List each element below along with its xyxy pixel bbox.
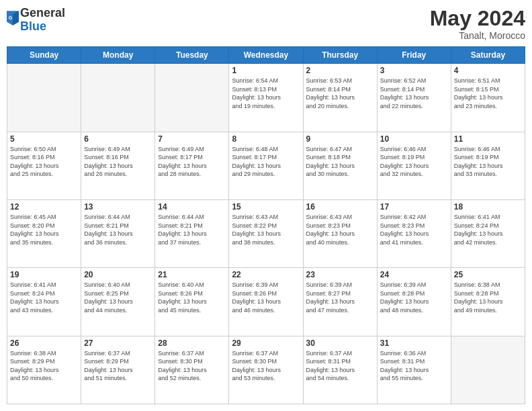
day-info: Sunrise: 6:44 AM Sunset: 8:21 PM Dayligh… bbox=[158, 213, 226, 246]
day-number: 22 bbox=[232, 270, 300, 279]
day-number: 31 bbox=[380, 338, 448, 348]
day-number: 5 bbox=[10, 134, 78, 144]
day-number: 14 bbox=[158, 202, 226, 212]
day-number: 23 bbox=[306, 270, 374, 279]
day-number: 2 bbox=[306, 66, 374, 75]
calendar-cell: 24Sunrise: 6:39 AM Sunset: 8:28 PM Dayli… bbox=[377, 268, 451, 336]
day-info: Sunrise: 6:43 AM Sunset: 8:23 PM Dayligh… bbox=[306, 213, 374, 246]
day-number: 28 bbox=[158, 338, 226, 348]
header-monday: Monday bbox=[81, 47, 155, 64]
day-info: Sunrise: 6:52 AM Sunset: 8:14 PM Dayligh… bbox=[380, 77, 448, 110]
day-info: Sunrise: 6:39 AM Sunset: 8:26 PM Dayligh… bbox=[232, 281, 300, 314]
day-info: Sunrise: 6:47 AM Sunset: 8:18 PM Dayligh… bbox=[306, 145, 374, 179]
logo-block: G bbox=[7, 12, 19, 28]
calendar-cell: 25Sunrise: 6:38 AM Sunset: 8:28 PM Dayli… bbox=[451, 268, 525, 336]
day-info: Sunrise: 6:53 AM Sunset: 8:14 PM Dayligh… bbox=[306, 77, 374, 110]
day-info: Sunrise: 6:38 AM Sunset: 8:28 PM Dayligh… bbox=[454, 281, 522, 314]
header-wednesday: Wednesday bbox=[229, 47, 303, 64]
calendar-table: Sunday Monday Tuesday Wednesday Thursday… bbox=[7, 46, 525, 404]
day-number: 20 bbox=[84, 270, 152, 279]
day-number: 17 bbox=[380, 202, 448, 212]
calendar-cell: 29Sunrise: 6:37 AM Sunset: 8:30 PM Dayli… bbox=[229, 336, 303, 404]
page: G General Blue May 2024 Tanalt, Morocco … bbox=[0, 0, 532, 411]
calendar-cell bbox=[7, 64, 81, 132]
day-info: Sunrise: 6:49 AM Sunset: 8:17 PM Dayligh… bbox=[158, 145, 226, 179]
calendar-cell: 22Sunrise: 6:39 AM Sunset: 8:26 PM Dayli… bbox=[229, 268, 303, 336]
logo-icon: G bbox=[7, 11, 19, 26]
calendar-week-row: 19Sunrise: 6:41 AM Sunset: 8:24 PM Dayli… bbox=[7, 268, 525, 336]
calendar-week-row: 26Sunrise: 6:38 AM Sunset: 8:29 PM Dayli… bbox=[7, 336, 525, 404]
day-info: Sunrise: 6:50 AM Sunset: 8:16 PM Dayligh… bbox=[10, 145, 78, 179]
calendar-cell: 2Sunrise: 6:53 AM Sunset: 8:14 PM Daylig… bbox=[303, 64, 377, 132]
calendar-cell: 10Sunrise: 6:46 AM Sunset: 8:19 PM Dayli… bbox=[377, 132, 451, 199]
day-number: 26 bbox=[10, 338, 78, 348]
calendar-cell: 11Sunrise: 6:46 AM Sunset: 8:19 PM Dayli… bbox=[451, 132, 525, 199]
day-info: Sunrise: 6:39 AM Sunset: 8:28 PM Dayligh… bbox=[380, 281, 448, 314]
header-saturday: Saturday bbox=[451, 47, 525, 64]
day-info: Sunrise: 6:37 AM Sunset: 8:29 PM Dayligh… bbox=[84, 349, 152, 383]
logo-text-block: General Blue bbox=[20, 7, 65, 34]
calendar-cell bbox=[451, 336, 525, 404]
logo: G General Blue bbox=[7, 7, 65, 34]
day-number: 24 bbox=[380, 270, 448, 279]
day-number: 27 bbox=[84, 338, 152, 348]
day-info: Sunrise: 6:38 AM Sunset: 8:29 PM Dayligh… bbox=[10, 349, 78, 383]
title-block: May 2024 Tanalt, Morocco bbox=[430, 7, 525, 41]
day-info: Sunrise: 6:42 AM Sunset: 8:23 PM Dayligh… bbox=[380, 213, 448, 246]
day-info: Sunrise: 6:37 AM Sunset: 8:30 PM Dayligh… bbox=[158, 349, 226, 383]
header-tuesday: Tuesday bbox=[155, 47, 229, 64]
day-number: 21 bbox=[158, 270, 226, 279]
calendar-cell: 7Sunrise: 6:49 AM Sunset: 8:17 PM Daylig… bbox=[155, 132, 229, 199]
day-info: Sunrise: 6:54 AM Sunset: 8:13 PM Dayligh… bbox=[232, 77, 300, 110]
calendar-cell: 4Sunrise: 6:51 AM Sunset: 8:15 PM Daylig… bbox=[451, 64, 525, 132]
day-info: Sunrise: 6:36 AM Sunset: 8:31 PM Dayligh… bbox=[380, 349, 448, 383]
calendar-cell: 27Sunrise: 6:37 AM Sunset: 8:29 PM Dayli… bbox=[81, 336, 155, 404]
day-number: 1 bbox=[232, 66, 300, 75]
calendar-cell: 19Sunrise: 6:41 AM Sunset: 8:24 PM Dayli… bbox=[7, 268, 81, 336]
calendar-cell: 3Sunrise: 6:52 AM Sunset: 8:14 PM Daylig… bbox=[377, 64, 451, 132]
calendar-cell: 26Sunrise: 6:38 AM Sunset: 8:29 PM Dayli… bbox=[7, 336, 81, 404]
day-number: 10 bbox=[380, 134, 448, 144]
calendar-cell: 28Sunrise: 6:37 AM Sunset: 8:30 PM Dayli… bbox=[155, 336, 229, 404]
header-friday: Friday bbox=[377, 47, 451, 64]
day-info: Sunrise: 6:39 AM Sunset: 8:27 PM Dayligh… bbox=[306, 281, 374, 314]
day-number: 29 bbox=[232, 338, 300, 348]
calendar-cell: 15Sunrise: 6:43 AM Sunset: 8:22 PM Dayli… bbox=[229, 199, 303, 267]
calendar-cell: 6Sunrise: 6:49 AM Sunset: 8:16 PM Daylig… bbox=[81, 132, 155, 199]
day-info: Sunrise: 6:37 AM Sunset: 8:30 PM Dayligh… bbox=[232, 349, 300, 383]
day-info: Sunrise: 6:41 AM Sunset: 8:24 PM Dayligh… bbox=[454, 213, 522, 246]
logo-blue-text: Blue bbox=[20, 19, 46, 33]
day-info: Sunrise: 6:40 AM Sunset: 8:26 PM Dayligh… bbox=[158, 281, 226, 314]
day-info: Sunrise: 6:48 AM Sunset: 8:17 PM Dayligh… bbox=[232, 145, 300, 179]
header-sunday: Sunday bbox=[7, 47, 81, 64]
day-number: 6 bbox=[84, 134, 152, 144]
day-number: 18 bbox=[454, 202, 522, 212]
day-info: Sunrise: 6:46 AM Sunset: 8:19 PM Dayligh… bbox=[454, 145, 522, 179]
calendar-cell: 14Sunrise: 6:44 AM Sunset: 8:21 PM Dayli… bbox=[155, 199, 229, 267]
weekday-header-row: Sunday Monday Tuesday Wednesday Thursday… bbox=[7, 47, 525, 64]
calendar-cell: 5Sunrise: 6:50 AM Sunset: 8:16 PM Daylig… bbox=[7, 132, 81, 199]
day-number: 12 bbox=[10, 202, 78, 212]
day-info: Sunrise: 6:37 AM Sunset: 8:31 PM Dayligh… bbox=[306, 349, 374, 383]
day-number: 3 bbox=[380, 66, 448, 75]
day-number: 4 bbox=[454, 66, 522, 75]
calendar-cell: 9Sunrise: 6:47 AM Sunset: 8:18 PM Daylig… bbox=[303, 132, 377, 199]
calendar-cell: 30Sunrise: 6:37 AM Sunset: 8:31 PM Dayli… bbox=[303, 336, 377, 404]
calendar-cell: 1Sunrise: 6:54 AM Sunset: 8:13 PM Daylig… bbox=[229, 64, 303, 132]
day-info: Sunrise: 6:46 AM Sunset: 8:19 PM Dayligh… bbox=[380, 145, 448, 179]
calendar-cell: 12Sunrise: 6:45 AM Sunset: 8:20 PM Dayli… bbox=[7, 199, 81, 267]
day-info: Sunrise: 6:51 AM Sunset: 8:15 PM Dayligh… bbox=[454, 77, 522, 110]
calendar-cell: 21Sunrise: 6:40 AM Sunset: 8:26 PM Dayli… bbox=[155, 268, 229, 336]
location: Tanalt, Morocco bbox=[430, 30, 525, 41]
day-number: 30 bbox=[306, 338, 374, 348]
calendar-cell: 13Sunrise: 6:44 AM Sunset: 8:21 PM Dayli… bbox=[81, 199, 155, 267]
day-number: 19 bbox=[10, 270, 78, 279]
day-number: 11 bbox=[454, 134, 522, 144]
calendar-week-row: 12Sunrise: 6:45 AM Sunset: 8:20 PM Dayli… bbox=[7, 199, 525, 267]
calendar-cell: 17Sunrise: 6:42 AM Sunset: 8:23 PM Dayli… bbox=[377, 199, 451, 267]
calendar-cell: 16Sunrise: 6:43 AM Sunset: 8:23 PM Dayli… bbox=[303, 199, 377, 267]
day-number: 8 bbox=[232, 134, 300, 144]
day-number: 25 bbox=[454, 270, 522, 279]
day-info: Sunrise: 6:43 AM Sunset: 8:22 PM Dayligh… bbox=[232, 213, 300, 246]
day-number: 13 bbox=[84, 202, 152, 212]
